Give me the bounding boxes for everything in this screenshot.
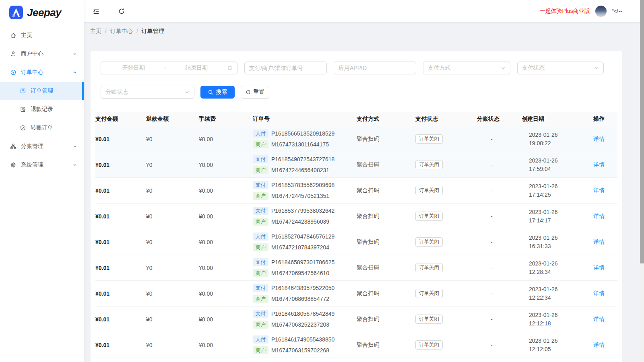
gear-icon <box>10 162 17 168</box>
sidebar-menu: 主页 商户中心 订单中心 订单管理 退款记录 <box>0 25 84 174</box>
sidebar-item-order-center[interactable]: 订单中心 <box>0 63 84 82</box>
table-header: 支付金额 退款金额 手续费 订单号 支付方式 支付状态 分账状态 创建日期 操作 <box>95 112 617 126</box>
sidebar-item-label: 转账订单 <box>31 124 53 132</box>
pay-tag: 支付 <box>253 181 268 189</box>
actions-cell: 详情 <box>593 178 617 203</box>
start-date-field[interactable]: 开始日期 <box>105 64 162 72</box>
breadcrumb-home[interactable]: 主页 <box>90 28 101 35</box>
pay-state-select[interactable]: 支付状态 <box>517 62 604 74</box>
fee-value: ¥0.00 <box>199 152 253 177</box>
avatar[interactable] <box>595 6 607 17</box>
sidebar-item-refund-records[interactable]: 退款记录 <box>0 100 84 119</box>
division-state-select[interactable]: 分账状态 <box>101 86 194 99</box>
detail-link[interactable]: 详情 <box>593 239 605 246</box>
order-numbers-cell: 支付 P1618464389579522050 商户 M167470686988… <box>253 281 357 306</box>
menu-fold-icon[interactable] <box>93 8 100 15</box>
merchant-tag: 商户 <box>253 192 268 200</box>
created-date: 2023-01-26 <box>529 209 558 215</box>
sidebar-item-transfer-orders[interactable]: 转账订单 <box>0 119 84 137</box>
pay-state-cell: 订单关闭 <box>415 255 477 280</box>
breadcrumb: 主页 / 订单中心 / 订单管理 <box>84 22 644 51</box>
pay-amount-value: ¥0.01 <box>95 152 146 177</box>
pay-order-line: 支付 P1618464389579522050 <box>253 284 334 292</box>
username[interactable]: "<!-- <box>612 8 622 14</box>
pay-way-select[interactable]: 支付方式 <box>423 62 510 74</box>
pay-state-cell: 订单关闭 <box>415 229 477 255</box>
date-range-picker[interactable]: 开始日期 ~ 结束日期 <box>101 62 237 74</box>
mch-order-line: 商户 M16747244656408231 <box>253 166 329 174</box>
created-time: 12:22:34 <box>529 294 551 301</box>
created-date-cell: 2023-01-26 12:22:34 <box>522 281 593 306</box>
order-closed-tag: 订单关闭 <box>415 340 443 350</box>
detail-link[interactable]: 详情 <box>593 341 605 349</box>
sidebar-item-label: 主页 <box>21 32 32 39</box>
refund-amount-value: ¥0 <box>146 229 199 255</box>
fee-value: ¥0.00 <box>199 306 253 332</box>
sidebar-item-system-manage[interactable]: 系统管理 <box>0 156 84 174</box>
brand-logo[interactable]: Jeepay <box>0 0 84 25</box>
chevron-up-icon <box>73 70 77 74</box>
pay-order-line: 支付 P1618549072543727618 <box>253 155 334 163</box>
sidebar-item-home[interactable]: 主页 <box>0 26 84 45</box>
pay-order-no: P1618527047846576129 <box>271 233 334 240</box>
end-date-field[interactable]: 结束日期 <box>168 64 225 72</box>
detail-link[interactable]: 详情 <box>593 264 605 272</box>
search-button[interactable]: 搜索 <box>200 86 235 99</box>
order-closed-tag: 订单关闭 <box>415 134 443 144</box>
created-date-cell: 2023-01-26 19:08:22 <box>522 126 593 152</box>
sidebar-item-order-manage[interactable]: 订单管理 <box>0 82 84 100</box>
refresh-icon[interactable] <box>118 8 125 15</box>
reload-icon <box>246 90 251 95</box>
pay-order-no: P1618537835562909698 <box>271 182 334 188</box>
pay-amount-value: ¥0.01 <box>95 255 146 280</box>
refund-amount-value: ¥0 <box>146 332 199 358</box>
scrollbar-thumb[interactable] <box>640 0 644 263</box>
vertical-scrollbar[interactable] <box>640 0 644 362</box>
sidebar-item-label: 订单管理 <box>31 87 53 95</box>
pay-order-line: 支付 P1618537835562909698 <box>253 181 334 189</box>
col-created-date: 创建日期 <box>522 115 593 123</box>
pay-way-value: 聚合扫码 <box>357 281 415 306</box>
merchant-order-no: M16747244238956039 <box>271 218 329 225</box>
sidebar-item-merchant-center[interactable]: 商户中心 <box>0 45 84 63</box>
merchant-tag: 商户 <box>253 346 268 354</box>
merchant-order-no: M16747063159702268 <box>271 347 329 354</box>
created-date-cell: 2023-01-26 12:12:05 <box>522 332 593 358</box>
pay-tag: 支付 <box>253 258 268 266</box>
refund-amount-value: ¥0 <box>146 204 199 229</box>
pay-way-value: 聚合扫码 <box>357 332 415 358</box>
pay-tag: 支付 <box>253 207 268 215</box>
detail-link[interactable]: 详情 <box>593 136 605 143</box>
pay-state-cell: 订单关闭 <box>415 126 477 152</box>
breadcrumb-order-center[interactable]: 订单中心 <box>110 28 133 35</box>
order-no-input[interactable] <box>244 62 327 74</box>
pay-tag: 支付 <box>253 155 268 163</box>
plus-promo-link[interactable]: 一起体验Plus商业版 <box>539 8 590 15</box>
detail-link[interactable]: 详情 <box>593 316 605 323</box>
created-date: 2023-01-26 <box>529 234 558 241</box>
appid-input[interactable] <box>334 62 416 74</box>
created-date-cell: 2023-01-26 17:59:04 <box>522 152 593 177</box>
reset-button[interactable]: 重置 <box>241 86 269 99</box>
pay-state-cell: 订单关闭 <box>415 152 477 177</box>
order-center-icon <box>10 69 17 76</box>
orders-table: 支付金额 退款金额 手续费 订单号 支付方式 支付状态 分账状态 创建日期 操作… <box>95 112 617 358</box>
created-time: 12:12:05 <box>529 346 551 352</box>
created-date-cell: 2023-01-26 17:14:25 <box>522 178 593 203</box>
chevron-down-icon <box>185 90 190 95</box>
table-row: ¥0.01 ¥0 ¥0.00 支付 P1618465897301786625 商… <box>95 255 617 281</box>
detail-link[interactable]: 详情 <box>593 213 605 220</box>
detail-link[interactable]: 详情 <box>593 161 605 169</box>
col-refund-amount: 退款金额 <box>146 115 199 123</box>
refund-amount-value: ¥0 <box>146 178 199 203</box>
created-time: 16:31:33 <box>529 243 551 249</box>
detail-link[interactable]: 详情 <box>593 187 605 194</box>
sidebar-item-division-manage[interactable]: 分账管理 <box>0 137 84 156</box>
pay-tag: 支付 <box>253 130 268 138</box>
detail-link[interactable]: 详情 <box>593 290 605 297</box>
pay-order-no: P1618566513520918529 <box>271 130 334 137</box>
col-pay-amount: 支付金额 <box>95 115 146 123</box>
table-row: ¥0.01 ¥0 ¥0.00 支付 P1618461805678542849 商… <box>95 306 617 332</box>
order-numbers-cell: 支付 P1618461805678542849 商户 M167470632522… <box>253 306 357 332</box>
pay-order-no: P1618549072543727618 <box>271 156 334 162</box>
